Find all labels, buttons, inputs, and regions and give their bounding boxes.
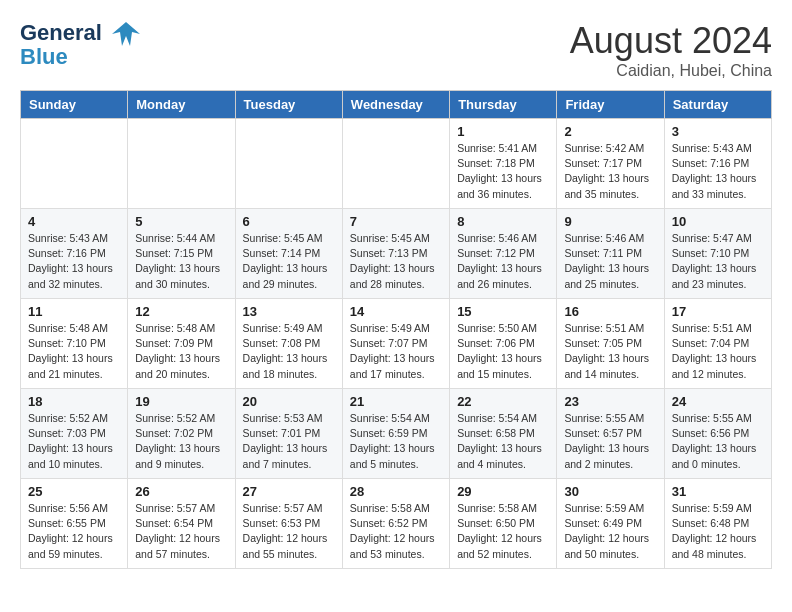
- calendar-cell: 1Sunrise: 5:41 AM Sunset: 7:18 PM Daylig…: [450, 119, 557, 209]
- day-number: 6: [243, 214, 335, 229]
- day-number: 4: [28, 214, 120, 229]
- day-info: Sunrise: 5:59 AM Sunset: 6:49 PM Dayligh…: [564, 501, 656, 562]
- day-number: 1: [457, 124, 549, 139]
- calendar-cell: 24Sunrise: 5:55 AM Sunset: 6:56 PM Dayli…: [664, 389, 771, 479]
- day-info: Sunrise: 5:57 AM Sunset: 6:54 PM Dayligh…: [135, 501, 227, 562]
- weekday-header-sunday: Sunday: [21, 91, 128, 119]
- calendar-cell: 4Sunrise: 5:43 AM Sunset: 7:16 PM Daylig…: [21, 209, 128, 299]
- weekday-header-saturday: Saturday: [664, 91, 771, 119]
- day-info: Sunrise: 5:50 AM Sunset: 7:06 PM Dayligh…: [457, 321, 549, 382]
- calendar-week-row: 11Sunrise: 5:48 AM Sunset: 7:10 PM Dayli…: [21, 299, 772, 389]
- day-info: Sunrise: 5:56 AM Sunset: 6:55 PM Dayligh…: [28, 501, 120, 562]
- calendar-cell: 21Sunrise: 5:54 AM Sunset: 6:59 PM Dayli…: [342, 389, 449, 479]
- calendar-week-row: 25Sunrise: 5:56 AM Sunset: 6:55 PM Dayli…: [21, 479, 772, 569]
- day-number: 13: [243, 304, 335, 319]
- day-info: Sunrise: 5:49 AM Sunset: 7:08 PM Dayligh…: [243, 321, 335, 382]
- calendar-cell: 20Sunrise: 5:53 AM Sunset: 7:01 PM Dayli…: [235, 389, 342, 479]
- calendar-cell: 15Sunrise: 5:50 AM Sunset: 7:06 PM Dayli…: [450, 299, 557, 389]
- calendar-cell: [128, 119, 235, 209]
- day-number: 10: [672, 214, 764, 229]
- calendar-week-row: 18Sunrise: 5:52 AM Sunset: 7:03 PM Dayli…: [21, 389, 772, 479]
- day-number: 25: [28, 484, 120, 499]
- calendar-cell: 22Sunrise: 5:54 AM Sunset: 6:58 PM Dayli…: [450, 389, 557, 479]
- day-number: 19: [135, 394, 227, 409]
- calendar-cell: 19Sunrise: 5:52 AM Sunset: 7:02 PM Dayli…: [128, 389, 235, 479]
- day-info: Sunrise: 5:45 AM Sunset: 7:14 PM Dayligh…: [243, 231, 335, 292]
- weekday-header-friday: Friday: [557, 91, 664, 119]
- day-info: Sunrise: 5:44 AM Sunset: 7:15 PM Dayligh…: [135, 231, 227, 292]
- day-number: 15: [457, 304, 549, 319]
- day-number: 14: [350, 304, 442, 319]
- day-number: 27: [243, 484, 335, 499]
- day-number: 12: [135, 304, 227, 319]
- day-info: Sunrise: 5:51 AM Sunset: 7:05 PM Dayligh…: [564, 321, 656, 382]
- day-number: 3: [672, 124, 764, 139]
- day-info: Sunrise: 5:42 AM Sunset: 7:17 PM Dayligh…: [564, 141, 656, 202]
- calendar-cell: 17Sunrise: 5:51 AM Sunset: 7:04 PM Dayli…: [664, 299, 771, 389]
- calendar-cell: 9Sunrise: 5:46 AM Sunset: 7:11 PM Daylig…: [557, 209, 664, 299]
- day-info: Sunrise: 5:48 AM Sunset: 7:10 PM Dayligh…: [28, 321, 120, 382]
- calendar-cell: 23Sunrise: 5:55 AM Sunset: 6:57 PM Dayli…: [557, 389, 664, 479]
- calendar-cell: 10Sunrise: 5:47 AM Sunset: 7:10 PM Dayli…: [664, 209, 771, 299]
- calendar-week-row: 1Sunrise: 5:41 AM Sunset: 7:18 PM Daylig…: [21, 119, 772, 209]
- day-number: 20: [243, 394, 335, 409]
- calendar-cell: 14Sunrise: 5:49 AM Sunset: 7:07 PM Dayli…: [342, 299, 449, 389]
- calendar-cell: 26Sunrise: 5:57 AM Sunset: 6:54 PM Dayli…: [128, 479, 235, 569]
- day-number: 26: [135, 484, 227, 499]
- page-header: General Blue August 2024 Caidian, Hubei,…: [20, 20, 772, 80]
- day-info: Sunrise: 5:54 AM Sunset: 6:58 PM Dayligh…: [457, 411, 549, 472]
- day-number: 5: [135, 214, 227, 229]
- logo-general: General: [20, 20, 102, 45]
- day-info: Sunrise: 5:43 AM Sunset: 7:16 PM Dayligh…: [672, 141, 764, 202]
- day-number: 18: [28, 394, 120, 409]
- day-info: Sunrise: 5:55 AM Sunset: 6:57 PM Dayligh…: [564, 411, 656, 472]
- weekday-header-thursday: Thursday: [450, 91, 557, 119]
- day-info: Sunrise: 5:54 AM Sunset: 6:59 PM Dayligh…: [350, 411, 442, 472]
- day-info: Sunrise: 5:55 AM Sunset: 6:56 PM Dayligh…: [672, 411, 764, 472]
- weekday-header-wednesday: Wednesday: [342, 91, 449, 119]
- day-number: 7: [350, 214, 442, 229]
- logo-bird-icon: [110, 20, 142, 48]
- day-info: Sunrise: 5:52 AM Sunset: 7:03 PM Dayligh…: [28, 411, 120, 472]
- day-info: Sunrise: 5:53 AM Sunset: 7:01 PM Dayligh…: [243, 411, 335, 472]
- calendar-cell: 13Sunrise: 5:49 AM Sunset: 7:08 PM Dayli…: [235, 299, 342, 389]
- calendar-cell: 12Sunrise: 5:48 AM Sunset: 7:09 PM Dayli…: [128, 299, 235, 389]
- day-number: 23: [564, 394, 656, 409]
- calendar-cell: 3Sunrise: 5:43 AM Sunset: 7:16 PM Daylig…: [664, 119, 771, 209]
- day-number: 2: [564, 124, 656, 139]
- day-info: Sunrise: 5:58 AM Sunset: 6:50 PM Dayligh…: [457, 501, 549, 562]
- calendar-cell: 11Sunrise: 5:48 AM Sunset: 7:10 PM Dayli…: [21, 299, 128, 389]
- month-year-title: August 2024: [570, 20, 772, 62]
- calendar-week-row: 4Sunrise: 5:43 AM Sunset: 7:16 PM Daylig…: [21, 209, 772, 299]
- calendar-cell: 18Sunrise: 5:52 AM Sunset: 7:03 PM Dayli…: [21, 389, 128, 479]
- calendar-cell: [235, 119, 342, 209]
- day-info: Sunrise: 5:41 AM Sunset: 7:18 PM Dayligh…: [457, 141, 549, 202]
- day-number: 22: [457, 394, 549, 409]
- day-number: 30: [564, 484, 656, 499]
- calendar-cell: 6Sunrise: 5:45 AM Sunset: 7:14 PM Daylig…: [235, 209, 342, 299]
- calendar-cell: [342, 119, 449, 209]
- day-info: Sunrise: 5:51 AM Sunset: 7:04 PM Dayligh…: [672, 321, 764, 382]
- day-number: 24: [672, 394, 764, 409]
- day-info: Sunrise: 5:48 AM Sunset: 7:09 PM Dayligh…: [135, 321, 227, 382]
- day-number: 29: [457, 484, 549, 499]
- calendar-cell: 16Sunrise: 5:51 AM Sunset: 7:05 PM Dayli…: [557, 299, 664, 389]
- calendar-cell: 25Sunrise: 5:56 AM Sunset: 6:55 PM Dayli…: [21, 479, 128, 569]
- day-info: Sunrise: 5:57 AM Sunset: 6:53 PM Dayligh…: [243, 501, 335, 562]
- weekday-header-monday: Monday: [128, 91, 235, 119]
- day-info: Sunrise: 5:49 AM Sunset: 7:07 PM Dayligh…: [350, 321, 442, 382]
- day-info: Sunrise: 5:43 AM Sunset: 7:16 PM Dayligh…: [28, 231, 120, 292]
- calendar-cell: 31Sunrise: 5:59 AM Sunset: 6:48 PM Dayli…: [664, 479, 771, 569]
- logo: General Blue: [20, 20, 142, 70]
- day-number: 16: [564, 304, 656, 319]
- day-info: Sunrise: 5:52 AM Sunset: 7:02 PM Dayligh…: [135, 411, 227, 472]
- day-number: 31: [672, 484, 764, 499]
- day-info: Sunrise: 5:47 AM Sunset: 7:10 PM Dayligh…: [672, 231, 764, 292]
- calendar-table: SundayMondayTuesdayWednesdayThursdayFrid…: [20, 90, 772, 569]
- calendar-cell: [21, 119, 128, 209]
- day-info: Sunrise: 5:46 AM Sunset: 7:11 PM Dayligh…: [564, 231, 656, 292]
- day-info: Sunrise: 5:46 AM Sunset: 7:12 PM Dayligh…: [457, 231, 549, 292]
- calendar-cell: 5Sunrise: 5:44 AM Sunset: 7:15 PM Daylig…: [128, 209, 235, 299]
- day-number: 9: [564, 214, 656, 229]
- weekday-header-tuesday: Tuesday: [235, 91, 342, 119]
